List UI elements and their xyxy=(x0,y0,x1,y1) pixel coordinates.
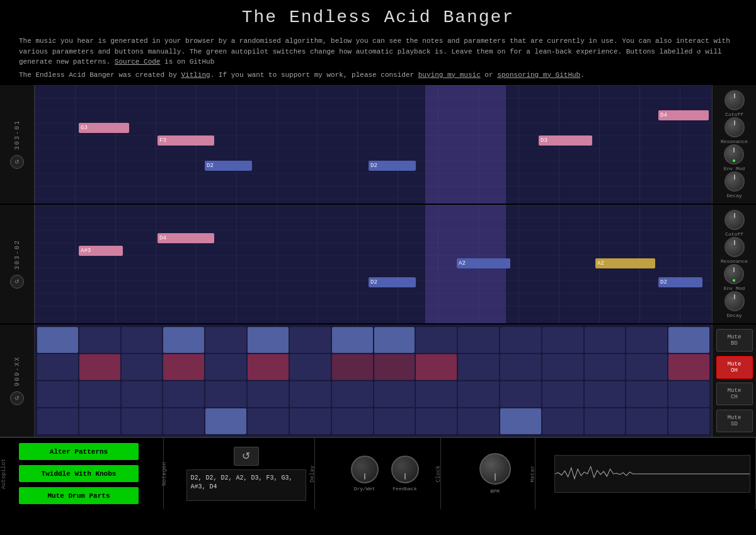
drum-cell-sd-11[interactable] xyxy=(458,408,499,434)
drum-cell-bd-9[interactable] xyxy=(374,327,415,353)
knob-resonance-1[interactable] xyxy=(724,117,745,137)
drum-cell-sd-15[interactable] xyxy=(626,408,667,434)
drum-cell-bd-11[interactable] xyxy=(458,327,499,353)
autopilot-btn-303-01[interactable]: ↺ xyxy=(10,155,24,169)
drum-cell-bd-13[interactable] xyxy=(542,327,583,353)
note-D2-4[interactable]: D2 xyxy=(658,277,702,287)
drum-cell-bd-10[interactable] xyxy=(416,327,457,353)
drum-cell-oh-5[interactable] xyxy=(205,354,246,380)
drum-cell-bd-15[interactable] xyxy=(626,327,667,353)
drum-cell-sd-6[interactable] xyxy=(248,408,289,434)
mute-drum-parts-button[interactable]: Mute Drum Parts xyxy=(19,487,139,504)
drum-cell-ch-12[interactable] xyxy=(500,381,541,407)
note-D3-1[interactable]: D3 xyxy=(539,135,592,146)
piano-roll-303-01[interactable]: G3 F3 D2 D2 D3 D4 xyxy=(35,85,712,204)
autopilot-btn-303-02[interactable]: ↺ xyxy=(10,275,24,289)
drum-cell-oh-1[interactable] xyxy=(37,354,78,380)
drum-grid[interactable] xyxy=(35,325,712,437)
drum-cell-bd-6[interactable] xyxy=(248,327,289,353)
drum-cell-ch-14[interactable] xyxy=(585,381,626,407)
drum-cell-bd-3[interactable] xyxy=(122,327,163,353)
drum-cell-sd-4[interactable] xyxy=(163,408,204,434)
note-D4-2[interactable]: D4 xyxy=(158,233,214,243)
drum-cell-bd-7[interactable] xyxy=(290,327,331,353)
drum-cell-oh-10[interactable] xyxy=(416,354,457,380)
note-F3-1[interactable]: F3 xyxy=(158,135,214,146)
note-D2-3[interactable]: D2 xyxy=(369,277,416,287)
buying-music-link[interactable]: buying my music xyxy=(418,71,481,79)
knob-resonance-2[interactable] xyxy=(724,237,745,257)
sponsoring-link[interactable]: sponsoring my GitHub xyxy=(497,71,580,79)
drum-cell-sd-7[interactable] xyxy=(290,408,331,434)
drum-cell-ch-11[interactable] xyxy=(458,381,499,407)
drum-cell-ch-9[interactable] xyxy=(374,381,415,407)
drum-cell-oh-6[interactable] xyxy=(248,354,289,380)
delay-drywet-knob[interactable] xyxy=(351,456,379,483)
drum-cell-bd-1[interactable] xyxy=(37,327,78,353)
drum-cell-sd-2[interactable] xyxy=(79,408,120,434)
drum-cell-bd-16[interactable] xyxy=(668,327,709,353)
drum-cell-sd-13[interactable] xyxy=(542,408,583,434)
drum-cell-bd-12[interactable] xyxy=(500,327,541,353)
alter-patterns-button[interactable]: Alter Patterns xyxy=(19,443,139,460)
drum-cell-ch-4[interactable] xyxy=(163,381,204,407)
drum-cell-oh-2[interactable] xyxy=(79,354,120,380)
drum-cell-oh-9[interactable] xyxy=(374,354,415,380)
drum-cell-oh-16[interactable] xyxy=(668,354,709,380)
drum-cell-ch-13[interactable] xyxy=(542,381,583,407)
drum-cell-ch-1[interactable] xyxy=(37,381,78,407)
drum-cell-sd-16[interactable] xyxy=(668,408,709,434)
drum-cell-oh-13[interactable] xyxy=(542,354,583,380)
piano-roll-303-02[interactable]: A#3 D4 D2 A2 A2 D2 xyxy=(35,205,712,323)
drum-cell-bd-14[interactable] xyxy=(585,327,626,353)
note-D4-1[interactable]: D4 xyxy=(658,110,709,120)
drum-cell-ch-5[interactable] xyxy=(205,381,246,407)
knob-envmod-2[interactable] xyxy=(724,264,744,284)
bpm-knob[interactable] xyxy=(479,453,511,485)
drum-cell-ch-15[interactable] xyxy=(626,381,667,407)
drum-cell-sd-10[interactable] xyxy=(416,408,457,434)
note-A2-2[interactable]: A2 xyxy=(595,258,655,268)
drum-cell-oh-3[interactable] xyxy=(122,354,163,380)
drum-cell-sd-12[interactable] xyxy=(500,408,541,434)
drum-cell-bd-2[interactable] xyxy=(79,327,120,353)
drum-cell-ch-7[interactable] xyxy=(290,381,331,407)
drum-cell-sd-14[interactable] xyxy=(585,408,626,434)
drum-cell-oh-8[interactable] xyxy=(332,354,373,380)
drum-cell-sd-9[interactable] xyxy=(374,408,415,434)
drum-cell-oh-12[interactable] xyxy=(500,354,541,380)
note-D2-1[interactable]: D2 xyxy=(205,161,252,171)
drum-cell-ch-8[interactable] xyxy=(332,381,373,407)
drum-cell-ch-3[interactable] xyxy=(122,381,163,407)
mute-btn-ch[interactable]: Mute CH xyxy=(716,383,753,405)
drum-cell-sd-5[interactable] xyxy=(205,408,246,434)
notegen-refresh-button[interactable]: ↺ xyxy=(234,447,259,466)
vitling-link[interactable]: Vitling xyxy=(181,71,210,79)
drum-cell-ch-6[interactable] xyxy=(248,381,289,407)
autopilot-btn-909[interactable]: ↺ xyxy=(10,391,24,405)
drum-cell-ch-10[interactable] xyxy=(416,381,457,407)
drum-cell-bd-4[interactable] xyxy=(163,327,204,353)
drum-cell-sd-3[interactable] xyxy=(122,408,163,434)
delay-feedback-knob[interactable] xyxy=(391,456,419,483)
drum-cell-oh-4[interactable] xyxy=(163,354,204,380)
drum-cell-bd-5[interactable] xyxy=(205,327,246,353)
drum-cell-oh-14[interactable] xyxy=(585,354,626,380)
drum-cell-sd-1[interactable] xyxy=(37,408,78,434)
knob-cutoff-1[interactable] xyxy=(724,90,745,110)
note-As3-1[interactable]: A#3 xyxy=(79,246,123,256)
drum-cell-oh-11[interactable] xyxy=(458,354,499,380)
note-D2-2[interactable]: D2 xyxy=(369,161,416,171)
mute-btn-oh[interactable]: Mute OH xyxy=(716,356,753,379)
mute-btn-bd[interactable]: Mute BD xyxy=(716,329,753,352)
drum-cell-bd-8[interactable] xyxy=(332,327,373,353)
drum-cell-oh-15[interactable] xyxy=(626,354,667,380)
knob-envmod-1[interactable] xyxy=(724,144,744,164)
drum-cell-sd-8[interactable] xyxy=(332,408,373,434)
knob-cutoff-2[interactable] xyxy=(724,210,745,230)
knob-decay-2[interactable] xyxy=(724,291,745,311)
note-G3-1[interactable]: G3 xyxy=(79,123,129,133)
source-code-link[interactable]: Source Code xyxy=(115,58,161,66)
drum-cell-oh-7[interactable] xyxy=(290,354,331,380)
knob-decay-1[interactable] xyxy=(724,171,745,192)
